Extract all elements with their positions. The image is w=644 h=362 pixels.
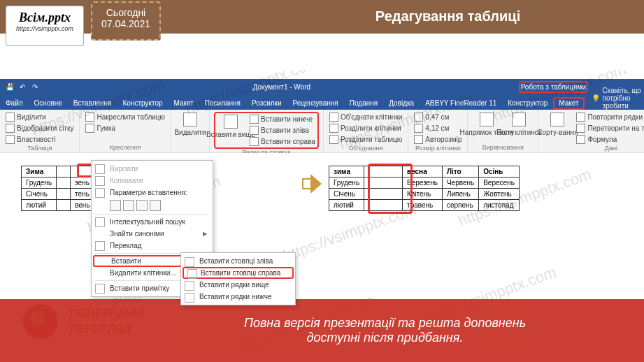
- insert-below-button[interactable]: Вставити нижче: [248, 114, 317, 124]
- sort-button[interactable]: Сорту-вання: [543, 112, 572, 137]
- tab-abbyy[interactable]: ABBYY FineReader 11: [420, 97, 502, 110]
- doc-title: Документ1 - Word: [45, 83, 519, 91]
- cell-margins-button[interactable]: Поля клітинок: [504, 112, 534, 137]
- overlay-message: Повна версія презентації та решта доповн…: [0, 316, 644, 345]
- paste-opt-icon[interactable]: [136, 200, 148, 211]
- draw-table-button[interactable]: Накреслити таблицю: [84, 112, 166, 122]
- tab-help[interactable]: Довідка: [383, 97, 420, 110]
- quick-access-toolbar: 💾 ↶ ↷: [0, 82, 45, 91]
- copy-icon: [95, 176, 105, 186]
- eraser-icon: [85, 124, 94, 133]
- tab-insert[interactable]: Вставлення: [68, 97, 117, 110]
- right-table-wrap: зима весна Літо Осінь ГруденьБерезеньЧер…: [329, 166, 520, 211]
- logo-url: https://vsimpptx.com: [6, 25, 83, 32]
- highlight-box: [368, 164, 413, 214]
- table-row: лютийтравеньсерпеньлистопад: [329, 200, 520, 211]
- submenu-cols-right[interactable]: Вставити стовпці справа: [183, 267, 294, 279]
- convert-text-button[interactable]: Перетворити на текст: [575, 123, 644, 133]
- right-table[interactable]: зима весна Літо Осінь ГруденьБерезеньЧер…: [329, 166, 520, 211]
- ribbon-group-draw: Накреслити таблицю Гумка Креслення: [80, 110, 171, 152]
- properties-button[interactable]: Властивості: [4, 134, 75, 145]
- formula-icon: [576, 135, 585, 144]
- repeat-header-button[interactable]: Повторити рядки заголовків: [575, 112, 644, 122]
- margins-icon: [512, 113, 526, 126]
- ribbon-group-delete: Видалити: [171, 110, 210, 152]
- split-cells-button[interactable]: Розділити клітинки: [328, 123, 403, 133]
- split-table-button[interactable]: Розділити таблицю: [328, 134, 403, 145]
- props-icon: [6, 135, 15, 144]
- rows-below-icon: [185, 293, 194, 303]
- tab-mailings[interactable]: Розсилки: [246, 97, 287, 110]
- ribbon-group-data: Сорту-вання Повторити рядки заголовків П…: [538, 110, 644, 152]
- arrow-icon: [302, 173, 323, 192]
- paste-options: [92, 198, 213, 212]
- ribbon-group-merge: Об'єднати клітинки Розділити клітинки Ро…: [324, 110, 408, 152]
- delete-icon: [183, 113, 197, 126]
- tab-home[interactable]: Основне: [29, 97, 68, 110]
- submenu-rows-above[interactable]: Вставити рядки вище: [181, 279, 295, 291]
- insert-above-button[interactable]: Вставити вище: [216, 114, 245, 139]
- undo-icon[interactable]: ↶: [18, 82, 27, 91]
- ribbon-group-alignment: Напрямок тексту Поля клітинок Вирівнюван…: [468, 110, 538, 152]
- submenu-cols-left[interactable]: Вставити стовпці зліва: [181, 255, 295, 267]
- redo-icon[interactable]: ↷: [31, 82, 39, 91]
- menu-smart-lookup[interactable]: Інтелектуальний пошук: [92, 216, 213, 228]
- date-badge: Сьогодні 07.04.2021: [91, 1, 161, 41]
- menu-cut[interactable]: Вирізати: [92, 163, 213, 175]
- slide-header: Всім.pptx https://vsimpptx.com Сьогодні …: [0, 0, 644, 55]
- table-row: зима весна Літо Осінь: [329, 166, 520, 178]
- tab-design[interactable]: Конструктор: [117, 97, 169, 110]
- grid-icon: [6, 124, 15, 133]
- tab-layout[interactable]: Макет: [169, 97, 199, 110]
- translate-icon: [95, 241, 105, 251]
- tell-me-label: Скажіть, що потрібно зробити: [603, 87, 644, 110]
- pencil-icon: [85, 113, 94, 122]
- tab-table-layout[interactable]: Макет: [553, 97, 584, 110]
- repeat-icon: [576, 113, 585, 122]
- paste-opt-icon[interactable]: [123, 200, 134, 211]
- col-width-input[interactable]: 4,12 см: [413, 123, 463, 133]
- submenu-rows-below[interactable]: Вставити рядки нижче: [181, 291, 295, 303]
- logo-text: Всім.pptx: [6, 10, 83, 25]
- paste-opt-icon[interactable]: [150, 200, 161, 211]
- insert-below-icon: [250, 115, 259, 124]
- tab-file[interactable]: Файл: [0, 97, 29, 110]
- tell-me[interactable]: 💡 Скажіть, що потрібно зробити: [592, 87, 644, 110]
- document-area: Зима Осінь ГруденьзеньВересень Січеньтен…: [0, 153, 644, 289]
- chevron-right-icon: ▶: [203, 231, 207, 237]
- paste-opt-icon[interactable]: [110, 200, 121, 211]
- menu-paste-label: Параметри вставлення:: [92, 187, 213, 198]
- ribbon-group-table: Виділити Відобразити сітку Властивості Т…: [0, 110, 80, 152]
- tab-table-design[interactable]: Конструктор: [502, 97, 553, 110]
- eraser-button[interactable]: Гумка: [84, 123, 166, 133]
- cols-left-icon: [185, 257, 194, 267]
- autofit-icon: [414, 135, 423, 144]
- insert-submenu: Вставити стовпці зліва Вставити стовпці …: [180, 252, 296, 305]
- menu-copy[interactable]: Копіювати: [92, 175, 213, 187]
- menu-synonyms[interactable]: Знайти синоніми▶: [92, 228, 213, 240]
- autofit-button[interactable]: Авторозмір: [413, 134, 463, 145]
- ribbon-tabs: Файл Основне Вставлення Конструктор Маке…: [0, 94, 644, 110]
- view-gridlines-button[interactable]: Відобразити сітку: [4, 123, 75, 133]
- search-icon: [95, 217, 105, 227]
- menu-translate[interactable]: Переклад: [92, 240, 213, 252]
- insert-above-icon: [224, 115, 238, 129]
- insert-left-button[interactable]: Вставити зліва: [248, 125, 317, 136]
- insert-right-icon: [250, 137, 259, 146]
- tab-view[interactable]: Подання: [344, 97, 383, 110]
- preview-overlay: Повна версія презентації та решта доповн…: [0, 299, 644, 362]
- height-icon: [414, 113, 423, 122]
- slide-title: Редагування таблиці: [266, 8, 630, 24]
- tab-references[interactable]: Посилання: [199, 97, 246, 110]
- today-label: Сьогодні: [92, 7, 159, 18]
- merge-cells-button[interactable]: Об'єднати клітинки: [328, 112, 403, 122]
- delete-button[interactable]: Видалити: [176, 112, 205, 137]
- row-height-input[interactable]: 0,47 см: [413, 112, 463, 122]
- tab-review[interactable]: Рецензування: [287, 97, 344, 110]
- comment-icon: [95, 284, 105, 294]
- formula-button[interactable]: Формула: [575, 134, 644, 145]
- save-icon[interactable]: 💾: [6, 82, 14, 91]
- cols-right-icon: [187, 269, 197, 279]
- select-button[interactable]: Виділити: [4, 112, 75, 122]
- insert-right-button[interactable]: Вставити справа: [248, 136, 317, 147]
